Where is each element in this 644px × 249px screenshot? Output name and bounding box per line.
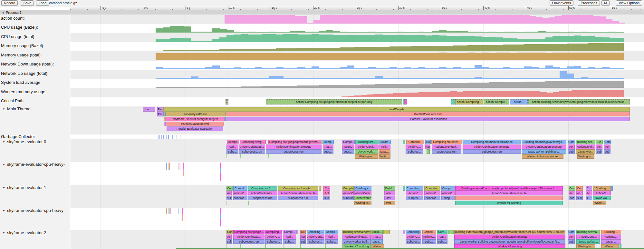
memory-usage-total-bar[interactable] [609, 53, 617, 60]
workers-memory-usage-bar[interactable] [585, 90, 591, 97]
workers-memory-usage-bar[interactable] [373, 94, 380, 97]
cpu-usage-total-bar[interactable] [489, 37, 496, 42]
trace-event[interactable]: Com [568, 230, 575, 234]
trace-event[interactable]: Waiting to... [354, 201, 371, 205]
trace-tick[interactable] [248, 201, 249, 205]
network-down-usage-bar[interactable] [609, 68, 617, 69]
memory-usage-bazel-bar[interactable] [156, 51, 163, 51]
trace-event[interactable]: Com [226, 230, 233, 234]
trace-event[interactable]: ActionContinuation.execute [454, 234, 565, 239]
trace-event[interactable]: Jav... [384, 196, 395, 200]
network-up-usage-bar[interactable] [312, 78, 319, 79]
network-down-usage-bar[interactable] [560, 68, 567, 69]
cpu-usage-total-bar[interactable] [531, 39, 539, 42]
action-count-bar[interactable] [256, 15, 263, 24]
collapse-arrow-icon[interactable]: ▼ [3, 140, 5, 144]
memory-usage-bazel-bar[interactable] [163, 50, 170, 51]
trace-tick[interactable] [159, 135, 160, 139]
trace-event[interactable]: Par [157, 112, 163, 116]
memory-usage-bazel-bar[interactable] [205, 50, 213, 51]
cpu-usage-bazel-bar[interactable] [602, 32, 610, 33]
network-up-usage-bar[interactable] [198, 78, 206, 79]
action-count-bar[interactable] [415, 15, 422, 24]
cpu-usage-bazel-bar[interactable] [361, 32, 369, 33]
memory-usage-total-bar[interactable] [269, 53, 276, 60]
trace-event[interactable]: sub [568, 149, 575, 154]
cpu-usage-total-bar[interactable] [184, 38, 191, 42]
cpu-usage-bazel-bar[interactable] [333, 31, 340, 33]
trace-event[interactable]: subprocess.run [248, 196, 277, 200]
system-load-average-bar[interactable] [545, 81, 553, 88]
network-down-usage-bar[interactable] [177, 68, 184, 69]
trace-event[interactable]: Java... [371, 239, 383, 244]
memory-usage-bazel-bar[interactable] [170, 50, 177, 51]
cpu-usage-total-bar[interactable] [248, 35, 255, 42]
cpu-usage-total-bar[interactable] [460, 36, 468, 42]
trace-event[interactable] [403, 99, 404, 105]
memory-usage-total-bar[interactable] [418, 53, 425, 60]
memory-usage-total-bar[interactable] [205, 53, 213, 60]
network-up-usage-bar[interactable] [234, 78, 241, 79]
action-count-bar[interactable] [428, 15, 434, 24]
trace-event[interactable]: ParallelEvaluator.eval [166, 122, 224, 126]
trace-event[interactable]: Compil... [227, 140, 239, 144]
cpu-usage-total-bar[interactable] [205, 41, 213, 42]
network-down-usage-bar[interactable] [460, 68, 468, 69]
memory-usage-total-bar[interactable] [588, 53, 595, 60]
memory-usage-total-bar[interactable] [177, 53, 184, 60]
cpu-usage-total-bar[interactable] [241, 34, 248, 42]
cpu-usage-total-bar[interactable] [361, 35, 369, 42]
cpu-usage-bazel-bar[interactable] [368, 32, 376, 33]
memory-usage-bazel-bar[interactable] [389, 46, 397, 51]
cpu-usage-bazel-bar[interactable] [248, 32, 255, 33]
collapse-arrow-icon[interactable]: ▼ [3, 163, 5, 167]
memory-usage-bazel-bar[interactable] [446, 46, 454, 51]
trace-event[interactable]: Javac... [379, 149, 390, 154]
workers-memory-usage-bar[interactable] [431, 92, 437, 97]
memory-usage-bazel-bar[interactable] [375, 47, 383, 51]
cpu-usage-bazel-bar[interactable] [156, 28, 163, 33]
memory-usage-total-bar[interactable] [212, 53, 220, 60]
trace-event[interactable]: buildTargets [163, 107, 630, 112]
trace-event[interactable]: sub [568, 239, 575, 244]
memory-usage-total-bar[interactable] [170, 53, 177, 60]
network-down-usage-bar[interactable] [170, 68, 177, 69]
action-count-bar[interactable] [275, 15, 282, 24]
cpu-usage-total-bar[interactable] [375, 35, 383, 42]
memory-usage-bazel-bar[interactable] [340, 47, 347, 51]
trace-event[interactable]: ActionContinuation.execute [278, 191, 318, 195]
network-down-usage-bar[interactable] [283, 68, 291, 69]
trace-event[interactable] [448, 230, 454, 234]
memory-usage-bazel-bar[interactable] [212, 50, 220, 51]
cpu-usage-total-bar[interactable] [283, 34, 291, 42]
cpu-usage-bazel-bar[interactable] [581, 32, 588, 33]
trace-event[interactable]: Building src... [355, 140, 379, 144]
trace-event[interactable]: Compil... [441, 186, 455, 191]
cpu-usage-total-bar[interactable] [503, 38, 510, 42]
network-down-usage-bar[interactable] [368, 67, 376, 69]
system-load-average-bar[interactable] [460, 83, 468, 88]
trace-event[interactable]: Com [576, 186, 583, 191]
network-down-usage-bar[interactable] [425, 68, 432, 69]
trace-event[interactable]: Par [157, 107, 163, 112]
memory-usage-total-bar[interactable] [304, 53, 312, 60]
trace-event[interactable]: C... [586, 186, 592, 191]
trace-event[interactable] [163, 112, 165, 116]
action-count-bar[interactable] [472, 15, 479, 24]
trace-tick[interactable] [161, 135, 162, 139]
network-down-usage-bar[interactable] [290, 68, 298, 69]
action-count-bar[interactable] [396, 15, 403, 24]
action-count-bar[interactable] [479, 15, 485, 24]
cpu-usage-total-bar[interactable] [212, 39, 220, 42]
network-down-usage-bar[interactable] [389, 67, 397, 69]
memory-usage-total-bar[interactable] [368, 53, 376, 60]
collapse-arrow-icon[interactable]: ▼ [3, 209, 5, 213]
trace-event[interactable]: Acti... [283, 234, 296, 239]
system-load-average-bar[interactable] [496, 82, 503, 88]
system-load-average-bar[interactable] [411, 84, 418, 88]
system-load-average-bar[interactable] [219, 87, 227, 88]
action-count-bar[interactable] [244, 15, 250, 24]
memory-usage-bazel-bar[interactable] [347, 47, 354, 51]
workers-memory-usage-bar[interactable] [437, 92, 444, 97]
network-down-usage-bar[interactable] [489, 68, 496, 69]
